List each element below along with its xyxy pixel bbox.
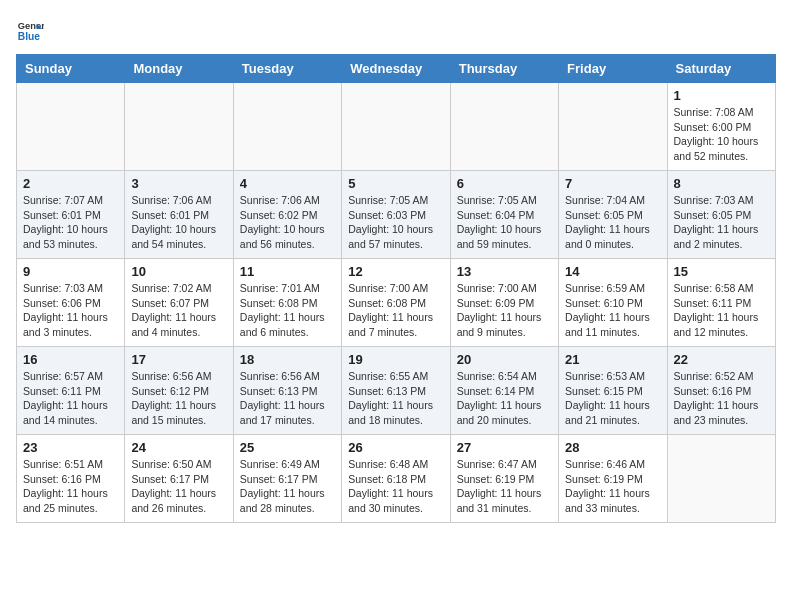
day-info: Sunrise: 7:00 AMSunset: 6:09 PMDaylight:… <box>457 281 552 340</box>
day-number: 19 <box>348 352 443 367</box>
calendar-day-cell: 7Sunrise: 7:04 AMSunset: 6:05 PMDaylight… <box>559 171 667 259</box>
day-info: Sunrise: 7:06 AMSunset: 6:01 PMDaylight:… <box>131 193 226 252</box>
weekday-header-friday: Friday <box>559 55 667 83</box>
day-info: Sunrise: 6:53 AMSunset: 6:15 PMDaylight:… <box>565 369 660 428</box>
day-number: 18 <box>240 352 335 367</box>
empty-day-cell <box>233 83 341 171</box>
day-number: 10 <box>131 264 226 279</box>
day-number: 26 <box>348 440 443 455</box>
calendar-week-row: 2Sunrise: 7:07 AMSunset: 6:01 PMDaylight… <box>17 171 776 259</box>
day-info: Sunrise: 7:02 AMSunset: 6:07 PMDaylight:… <box>131 281 226 340</box>
calendar-week-row: 9Sunrise: 7:03 AMSunset: 6:06 PMDaylight… <box>17 259 776 347</box>
day-number: 11 <box>240 264 335 279</box>
day-info: Sunrise: 6:48 AMSunset: 6:18 PMDaylight:… <box>348 457 443 516</box>
calendar-day-cell: 16Sunrise: 6:57 AMSunset: 6:11 PMDayligh… <box>17 347 125 435</box>
svg-text:General: General <box>18 21 44 31</box>
calendar-day-cell: 13Sunrise: 7:00 AMSunset: 6:09 PMDayligh… <box>450 259 558 347</box>
day-info: Sunrise: 6:59 AMSunset: 6:10 PMDaylight:… <box>565 281 660 340</box>
calendar-day-cell: 6Sunrise: 7:05 AMSunset: 6:04 PMDaylight… <box>450 171 558 259</box>
day-info: Sunrise: 7:07 AMSunset: 6:01 PMDaylight:… <box>23 193 118 252</box>
calendar-week-row: 23Sunrise: 6:51 AMSunset: 6:16 PMDayligh… <box>17 435 776 523</box>
weekday-header-tuesday: Tuesday <box>233 55 341 83</box>
calendar-day-cell: 12Sunrise: 7:00 AMSunset: 6:08 PMDayligh… <box>342 259 450 347</box>
empty-day-cell <box>450 83 558 171</box>
weekday-header-thursday: Thursday <box>450 55 558 83</box>
day-info: Sunrise: 6:46 AMSunset: 6:19 PMDaylight:… <box>565 457 660 516</box>
calendar-day-cell: 10Sunrise: 7:02 AMSunset: 6:07 PMDayligh… <box>125 259 233 347</box>
day-number: 23 <box>23 440 118 455</box>
calendar-day-cell: 1Sunrise: 7:08 AMSunset: 6:00 PMDaylight… <box>667 83 775 171</box>
calendar-header-row: SundayMondayTuesdayWednesdayThursdayFrid… <box>17 55 776 83</box>
day-info: Sunrise: 7:00 AMSunset: 6:08 PMDaylight:… <box>348 281 443 340</box>
calendar-day-cell: 2Sunrise: 7:07 AMSunset: 6:01 PMDaylight… <box>17 171 125 259</box>
day-number: 13 <box>457 264 552 279</box>
weekday-header-wednesday: Wednesday <box>342 55 450 83</box>
day-number: 3 <box>131 176 226 191</box>
day-number: 17 <box>131 352 226 367</box>
day-info: Sunrise: 7:05 AMSunset: 6:04 PMDaylight:… <box>457 193 552 252</box>
day-info: Sunrise: 7:03 AMSunset: 6:05 PMDaylight:… <box>674 193 769 252</box>
logo-icon: General Blue <box>16 16 44 44</box>
day-number: 21 <box>565 352 660 367</box>
day-number: 7 <box>565 176 660 191</box>
page-header: General Blue <box>16 16 776 44</box>
empty-day-cell <box>17 83 125 171</box>
day-info: Sunrise: 6:49 AMSunset: 6:17 PMDaylight:… <box>240 457 335 516</box>
day-number: 22 <box>674 352 769 367</box>
day-info: Sunrise: 6:51 AMSunset: 6:16 PMDaylight:… <box>23 457 118 516</box>
calendar-day-cell: 11Sunrise: 7:01 AMSunset: 6:08 PMDayligh… <box>233 259 341 347</box>
logo: General Blue <box>16 16 44 44</box>
calendar-day-cell: 27Sunrise: 6:47 AMSunset: 6:19 PMDayligh… <box>450 435 558 523</box>
day-info: Sunrise: 6:54 AMSunset: 6:14 PMDaylight:… <box>457 369 552 428</box>
empty-day-cell <box>559 83 667 171</box>
day-info: Sunrise: 6:58 AMSunset: 6:11 PMDaylight:… <box>674 281 769 340</box>
calendar-day-cell: 20Sunrise: 6:54 AMSunset: 6:14 PMDayligh… <box>450 347 558 435</box>
empty-day-cell <box>667 435 775 523</box>
day-number: 24 <box>131 440 226 455</box>
day-info: Sunrise: 6:50 AMSunset: 6:17 PMDaylight:… <box>131 457 226 516</box>
day-number: 8 <box>674 176 769 191</box>
day-number: 15 <box>674 264 769 279</box>
day-number: 4 <box>240 176 335 191</box>
day-number: 9 <box>23 264 118 279</box>
weekday-header-sunday: Sunday <box>17 55 125 83</box>
calendar-day-cell: 9Sunrise: 7:03 AMSunset: 6:06 PMDaylight… <box>17 259 125 347</box>
calendar-day-cell: 19Sunrise: 6:55 AMSunset: 6:13 PMDayligh… <box>342 347 450 435</box>
day-info: Sunrise: 7:03 AMSunset: 6:06 PMDaylight:… <box>23 281 118 340</box>
day-number: 5 <box>348 176 443 191</box>
calendar-day-cell: 5Sunrise: 7:05 AMSunset: 6:03 PMDaylight… <box>342 171 450 259</box>
day-number: 25 <box>240 440 335 455</box>
day-info: Sunrise: 6:55 AMSunset: 6:13 PMDaylight:… <box>348 369 443 428</box>
calendar-day-cell: 24Sunrise: 6:50 AMSunset: 6:17 PMDayligh… <box>125 435 233 523</box>
weekday-header-monday: Monday <box>125 55 233 83</box>
calendar-week-row: 16Sunrise: 6:57 AMSunset: 6:11 PMDayligh… <box>17 347 776 435</box>
calendar-table: SundayMondayTuesdayWednesdayThursdayFrid… <box>16 54 776 523</box>
day-number: 27 <box>457 440 552 455</box>
calendar-day-cell: 15Sunrise: 6:58 AMSunset: 6:11 PMDayligh… <box>667 259 775 347</box>
calendar-day-cell: 4Sunrise: 7:06 AMSunset: 6:02 PMDaylight… <box>233 171 341 259</box>
day-number: 6 <box>457 176 552 191</box>
calendar-day-cell: 25Sunrise: 6:49 AMSunset: 6:17 PMDayligh… <box>233 435 341 523</box>
calendar-day-cell: 21Sunrise: 6:53 AMSunset: 6:15 PMDayligh… <box>559 347 667 435</box>
calendar-day-cell: 14Sunrise: 6:59 AMSunset: 6:10 PMDayligh… <box>559 259 667 347</box>
day-info: Sunrise: 6:47 AMSunset: 6:19 PMDaylight:… <box>457 457 552 516</box>
calendar-day-cell: 28Sunrise: 6:46 AMSunset: 6:19 PMDayligh… <box>559 435 667 523</box>
calendar-day-cell: 23Sunrise: 6:51 AMSunset: 6:16 PMDayligh… <box>17 435 125 523</box>
day-info: Sunrise: 6:56 AMSunset: 6:13 PMDaylight:… <box>240 369 335 428</box>
calendar-day-cell: 18Sunrise: 6:56 AMSunset: 6:13 PMDayligh… <box>233 347 341 435</box>
day-info: Sunrise: 6:57 AMSunset: 6:11 PMDaylight:… <box>23 369 118 428</box>
calendar-day-cell: 26Sunrise: 6:48 AMSunset: 6:18 PMDayligh… <box>342 435 450 523</box>
day-number: 28 <box>565 440 660 455</box>
day-info: Sunrise: 6:52 AMSunset: 6:16 PMDaylight:… <box>674 369 769 428</box>
day-info: Sunrise: 7:08 AMSunset: 6:00 PMDaylight:… <box>674 105 769 164</box>
calendar-day-cell: 17Sunrise: 6:56 AMSunset: 6:12 PMDayligh… <box>125 347 233 435</box>
day-number: 1 <box>674 88 769 103</box>
empty-day-cell <box>125 83 233 171</box>
day-number: 2 <box>23 176 118 191</box>
day-info: Sunrise: 7:01 AMSunset: 6:08 PMDaylight:… <box>240 281 335 340</box>
calendar-day-cell: 22Sunrise: 6:52 AMSunset: 6:16 PMDayligh… <box>667 347 775 435</box>
calendar-day-cell: 8Sunrise: 7:03 AMSunset: 6:05 PMDaylight… <box>667 171 775 259</box>
day-info: Sunrise: 7:04 AMSunset: 6:05 PMDaylight:… <box>565 193 660 252</box>
day-info: Sunrise: 7:05 AMSunset: 6:03 PMDaylight:… <box>348 193 443 252</box>
day-number: 12 <box>348 264 443 279</box>
